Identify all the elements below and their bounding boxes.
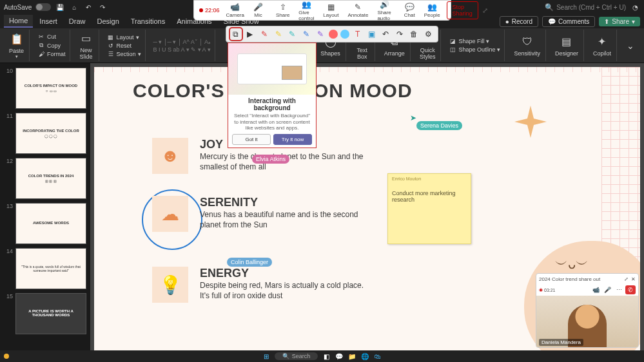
- section-energy: 💡 ENERGY Despite being red, Mars is actu…: [152, 267, 367, 303]
- pen-purple[interactable]: ✎: [315, 28, 326, 40]
- smile-icon: ☻: [152, 138, 188, 174]
- coachmark-popup: Interacting with background Select "Inte…: [228, 43, 317, 148]
- people-button[interactable]: 👥People: [422, 3, 443, 18]
- tab-design[interactable]: Design: [92, 15, 124, 27]
- pencil-icon: ✎: [355, 3, 361, 12]
- explorer-icon[interactable]: 📁: [347, 352, 356, 361]
- meeting-share-button[interactable]: ⇪Share: [273, 3, 292, 18]
- anno-settings[interactable]: ⚙: [422, 28, 434, 40]
- slide-thumb[interactable]: 15 A PICTURE IS WORTH A THOUSAND WORDS: [0, 291, 90, 336]
- store-icon[interactable]: 🛍: [373, 352, 382, 361]
- pip-camera-icon[interactable]: 📹: [590, 285, 601, 294]
- search-placeholder: Search (Cmd + Ctrl + U): [556, 4, 626, 11]
- copilot-button[interactable]: ✦Copilot: [590, 35, 614, 57]
- clipboard-icon: 📋: [10, 32, 24, 46]
- presence-tag-elvia: Elvia Atkins: [252, 155, 289, 164]
- presence-tag-serena: Serena Davies: [416, 121, 462, 130]
- color-blue[interactable]: [340, 30, 349, 39]
- designer-button[interactable]: ▤Designer: [552, 35, 581, 57]
- bulb-icon: 💡: [152, 267, 188, 303]
- slide-thumb[interactable]: 12 COLOR TRENDS IN 2024▥ ▥ ▥: [0, 156, 90, 201]
- pen-yellow[interactable]: ✎: [273, 28, 284, 40]
- sticky-note[interactable]: Enrico Mouton Conduct more marketing res…: [387, 173, 471, 244]
- save-icon[interactable]: 💾: [55, 2, 65, 12]
- sparkle-icon: [511, 106, 550, 144]
- mic-button[interactable]: 🎤Mic: [251, 3, 266, 18]
- taskbar-search[interactable]: 🔍 Search: [275, 352, 318, 360]
- blob-face-decoration: ︶ᴗ︶: [555, 256, 589, 273]
- comments-button[interactable]: 💬 Comments: [542, 16, 595, 27]
- stop-sharing-button[interactable]: Stop Sharing: [447, 1, 478, 19]
- paste-button[interactable]: 📋 Paste: [6, 32, 26, 54]
- slide-thumb[interactable]: 14 "This is a quote, words full of wisdo…: [0, 246, 90, 291]
- taskview-icon[interactable]: ◧: [322, 352, 331, 361]
- taskbar-notification-dot[interactable]: [4, 354, 9, 359]
- coachmark-gotit-button[interactable]: Got it: [232, 134, 271, 145]
- share-button[interactable]: ⬆ Share ▾: [599, 17, 640, 26]
- anno-undo[interactable]: ↶: [380, 28, 392, 40]
- pip-close-icon[interactable]: ✕: [631, 276, 636, 282]
- pip-expand-icon[interactable]: ⤢: [624, 276, 629, 282]
- tab-home[interactable]: Home: [4, 15, 33, 28]
- coachmark-tryit-button[interactable]: Try it now: [273, 134, 312, 145]
- interact-background-tool[interactable]: ⧉: [230, 28, 242, 40]
- chevron-down-icon[interactable]: ⌄: [623, 39, 638, 53]
- slide-thumb[interactable]: 13 AWESOME WORDS: [0, 201, 90, 246]
- meeting-layout-button[interactable]: ▦Layout: [320, 3, 341, 18]
- chat-icon: 💬: [405, 3, 415, 12]
- home-icon[interactable]: ⌂: [69, 2, 79, 12]
- pip-hangup-icon[interactable]: ✆: [625, 285, 636, 294]
- camera-button[interactable]: 📹Camera: [224, 3, 247, 18]
- annotation-toolbar: ⧉ ▶ ✎ ✎ ✎ ✎ ✎ T ▣ ↶ ↷ 🗑 ⚙: [226, 26, 438, 43]
- new-slide-button[interactable]: ▭ New Slide: [77, 32, 96, 60]
- anno-delete[interactable]: 🗑: [408, 28, 420, 40]
- pip-video: Daniela Mandera: [536, 296, 638, 347]
- presence-tag-colin: Colin Ballinger: [227, 258, 272, 267]
- copy-icon: ⧉: [37, 42, 45, 49]
- sensitivity-button[interactable]: 🛡Sensitivity: [511, 35, 543, 57]
- undo-icon[interactable]: ↶: [83, 2, 93, 12]
- shape-fill-button[interactable]: ◪Shape Fill ▾: [449, 38, 500, 44]
- tab-draw[interactable]: Draw: [64, 15, 91, 27]
- shape-outline-button[interactable]: ◫Shape Outline ▾: [449, 46, 500, 53]
- cursor-tool[interactable]: ▶: [244, 28, 256, 40]
- color-red[interactable]: [329, 30, 338, 39]
- pen-teal[interactable]: ✎: [286, 28, 298, 40]
- pip-mic-icon[interactable]: 🎤: [602, 285, 612, 294]
- note-tool[interactable]: ▣: [366, 28, 378, 40]
- reset-button[interactable]: ↺Reset: [107, 43, 141, 49]
- account-icon[interactable]: ◔: [630, 2, 640, 12]
- chat-button[interactable]: 💬Chat: [402, 3, 418, 18]
- copy-button[interactable]: ⧉Copy: [37, 42, 66, 49]
- brush-icon: 🖌: [37, 51, 45, 57]
- pen-blue[interactable]: ✎: [300, 28, 312, 40]
- pip-participant-name: Daniela Mandera: [539, 339, 583, 346]
- format-painter-button[interactable]: 🖌Format: [37, 51, 66, 57]
- search-field[interactable]: 🔍 Search (Cmd + Ctrl + U): [545, 3, 626, 12]
- record-button[interactable]: ● Record: [500, 16, 538, 27]
- redo-icon[interactable]: ↷: [97, 2, 108, 12]
- annotate-button[interactable]: ✎Annotate: [345, 3, 371, 18]
- pen-red[interactable]: ✎: [259, 28, 270, 40]
- anno-redo[interactable]: ↷: [394, 28, 405, 40]
- start-icon[interactable]: ⊞: [262, 352, 271, 361]
- energy-heading: ENERGY: [200, 267, 367, 280]
- new-slide-icon: ▭: [79, 32, 93, 46]
- layout-button[interactable]: ▦Layout ▾: [107, 34, 141, 41]
- edge-icon[interactable]: 🌐: [360, 352, 369, 361]
- give-control-button[interactable]: 👥Give control: [296, 0, 317, 21]
- section-button[interactable]: ☰Section ▾: [107, 51, 141, 57]
- share-audio-button[interactable]: 🔊Share audio: [375, 0, 393, 21]
- chat-app-icon[interactable]: 💬: [335, 352, 344, 361]
- tab-insert[interactable]: Insert: [34, 15, 63, 27]
- slide-thumb[interactable]: 11 INCORPORATING THE COLOR◯ ◯ ◯: [0, 111, 90, 156]
- autosave-toggle[interactable]: [35, 3, 51, 11]
- pip-timer: 03:21: [544, 288, 556, 292]
- picture-in-picture[interactable]: 2024 Color trend share out ⤢ ✕ ◉ 03:21 📹…: [536, 273, 639, 348]
- text-tool[interactable]: T: [352, 28, 364, 40]
- cut-button[interactable]: ✂Cut: [37, 33, 66, 40]
- slide-thumb[interactable]: 10 COLOR'S IMPACT ON MOOD☺ ▭ ▭: [0, 66, 90, 111]
- pip-more-icon[interactable]: ⋯: [614, 285, 624, 294]
- tab-transitions[interactable]: Transitions: [126, 15, 170, 27]
- popout-icon[interactable]: ⤢: [482, 6, 488, 15]
